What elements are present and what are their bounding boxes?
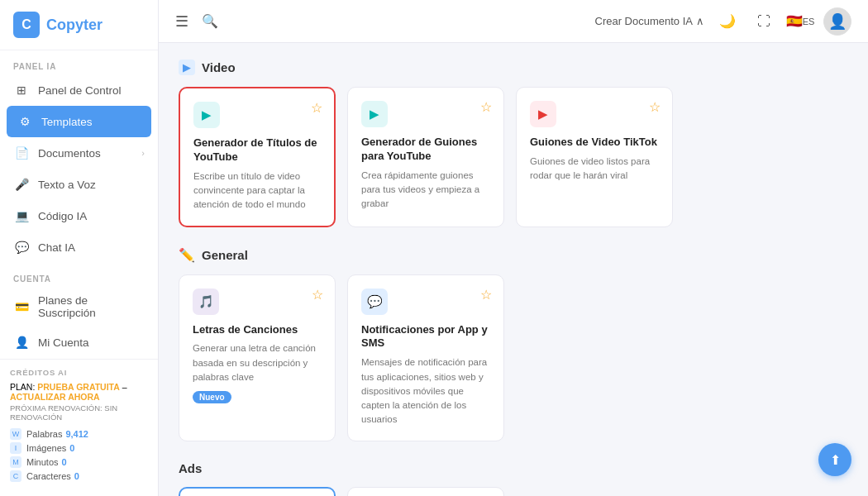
main-area: ☰ 🔍 Crear Documento IA ∧ 🌙 ⛶ 🇪🇸 ES 👤 ▶ V… [159,0,868,496]
imagenes-icon: I [10,442,21,454]
sidebar: C Copyter PANEL IA ⊞ Panel de Control ⚙ … [0,0,159,496]
video-section-header: ▶ Video [179,60,848,75]
ads-cards-grid: 🎧 ☆ Títulos Clickbait Ad ☆ Titulares de … [179,487,848,496]
language-flag[interactable]: 🇪🇸 ES [787,8,813,35]
card-desc-titulos: Escribe un título de video convincente p… [193,169,321,212]
general-cards-grid: 🎵 ☆ Letras de Canciones Generar una letr… [179,274,848,441]
sidebar-item-texto-a-voz[interactable]: 🎤 Texto a Voz [0,169,158,200]
card-icon-letras: 🎵 [193,289,219,315]
cuenta-label: CUENTA [0,263,158,287]
general-section-title: General [202,248,248,262]
palabras-icon: W [10,428,21,440]
credit-row-minutos: M Minutos 0 [10,456,148,468]
video-section-title: Video [202,60,236,74]
card-title-notificaciones: Notificaciones por App y SMS [361,323,490,351]
sidebar-item-mi-cuenta[interactable]: 👤 Mi Cuenta [0,327,158,358]
card-titulos-clickbait[interactable]: 🎧 ☆ Títulos Clickbait [179,487,336,496]
card-desc-guiones: Crea rápidamente guiones para tus videos… [361,169,490,212]
code-icon: 💻 [13,207,30,224]
sidebar-item-documentos[interactable]: 📄 Documentos › [0,137,158,169]
sidebar-item-planes[interactable]: 💳 Planes de Suscripción [0,287,158,327]
credit-row-caracteres: C Caracteres 0 [10,470,148,482]
card-icon-titulos: ▶ [193,102,220,128]
logo-name: Copyter [46,17,103,34]
creditos-label: CRÉDITOS AI [10,368,148,377]
card-letras-canciones[interactable]: 🎵 ☆ Letras de Canciones Generar una letr… [179,274,336,441]
video-section-icon: ▶ [179,60,195,75]
sidebar-label-chat-ia: Chat IA [38,241,145,254]
logo-area: C Copyter [0,0,158,50]
sidebar-label-templates: Templates [41,116,141,128]
star-icon-guiones[interactable]: ☆ [480,99,492,115]
card-title-tiktok: Guiones de Video TikTok [530,136,659,150]
card-icon-tiktok: ▶ [530,101,556,127]
chevron-up-icon: ∧ [696,15,704,27]
minutos-icon: M [10,456,21,468]
chat-icon: 💬 [13,239,30,255]
general-section-header: ✏️ General [179,247,848,263]
creditcard-icon: 💳 [13,298,30,315]
lang-label: ES [803,17,815,26]
sidebar-bottom: CRÉDITOS AI PLAN: PRUEBA GRATUITA – ACTU… [0,359,158,496]
card-icon-guiones: ▶ [361,101,388,127]
grid-icon: ⊞ [13,82,30,98]
sidebar-item-templates[interactable]: ⚙ Templates [7,106,151,137]
card-generador-guiones-youtube[interactable]: ▶ ☆ Generador de Guiones para YouTube Cr… [347,87,504,227]
user-icon: 👤 [13,334,30,351]
user-avatar[interactable]: 👤 [823,7,851,36]
panel-ia-label: PANEL IA [0,50,158,74]
topbar-right: Crear Documento IA ∧ 🌙 ⛶ 🇪🇸 ES 👤 [595,7,852,36]
sidebar-item-panel-control[interactable]: ⊞ Panel de Control [0,74,158,106]
doc-icon: 📄 [13,145,30,161]
star-icon-notificaciones[interactable]: ☆ [480,287,492,303]
ads-section-header: Ads [179,461,848,475]
video-cards-grid: ▶ ☆ Generador de Títulos de YouTube Escr… [179,87,848,227]
card-generador-titulos-youtube[interactable]: ▶ ☆ Generador de Títulos de YouTube Escr… [179,87,336,227]
star-icon-titulos[interactable]: ☆ [311,100,322,116]
credit-label-imagenes: Imágenes [26,443,66,453]
renovacion-label: PRÓXIMA RENOVACIÓN: SIN RENOVACIÓN [10,403,148,422]
sidebar-item-chat-ia[interactable]: 💬 Chat IA [0,231,158,263]
topbar: ☰ 🔍 Crear Documento IA ∧ 🌙 ⛶ 🇪🇸 ES 👤 [159,0,868,43]
badge-nuevo-letras: Nuevo [193,391,231,403]
general-section-icon: ✏️ [179,247,195,263]
mic-icon: 🎤 [13,176,30,193]
star-icon-letras[interactable]: ☆ [312,287,323,303]
card-notificaciones-app-sms[interactable]: 💬 ☆ Notificaciones por App y SMS Mensaje… [347,274,504,441]
crear-documento-button[interactable]: Crear Documento IA ∧ [595,15,705,27]
content-area: ▶ Video ▶ ☆ Generador de Títulos de YouT… [159,43,868,496]
search-icon[interactable]: 🔍 [202,13,218,29]
credit-label-palabras: Palabras [26,429,62,439]
ads-section-title: Ads [179,461,202,475]
plan-free[interactable]: PRUEBA GRATUITA [37,382,120,392]
fullscreen-button[interactable]: ⛶ [751,8,777,35]
card-title-letras: Letras de Canciones [193,323,322,337]
plan-update[interactable]: ACTUALIZAR AHORA [10,392,100,402]
dark-mode-toggle[interactable]: 🌙 [714,8,741,35]
caracteres-icon: C [10,470,21,482]
plan-label: PLAN: PRUEBA GRATUITA – ACTUALIZAR AHORA [10,382,148,402]
sidebar-label-texto-a-voz: Texto a Voz [38,179,145,191]
sidebar-label-mi-cuenta: Mi Cuenta [38,336,145,349]
credit-label-caracteres: Caracteres [26,471,71,481]
card-title-titulos: Generador de Títulos de YouTube [193,136,321,165]
credit-value-imagenes: 0 [69,443,74,453]
card-title-guiones: Generador de Guiones para YouTube [361,136,490,164]
menu-icon[interactable]: ☰ [175,12,188,31]
scroll-top-button[interactable]: ⬆ [818,443,851,476]
star-icon-tiktok[interactable]: ☆ [649,99,661,115]
card-titulares-anuncios[interactable]: Ad ☆ Titulares de Anuncios [347,487,504,496]
credit-row-imagenes: I Imágenes 0 [10,442,148,454]
scroll-top-icon: ⬆ [830,452,841,468]
sidebar-label-codigo-ia: Código IA [38,210,145,222]
credit-value-minutos: 0 [62,457,67,467]
card-desc-letras: Generar una letra de canción basada en s… [193,341,322,384]
sidebar-label-documentos: Documentos [38,147,141,160]
chevron-right-icon: › [141,148,145,158]
sidebar-item-codigo-ia[interactable]: 💻 Código IA [0,200,158,231]
card-desc-notificaciones: Mensajes de notificación para tus aplica… [361,355,490,427]
card-guiones-tiktok[interactable]: ▶ ☆ Guiones de Video TikTok Guiones de v… [516,87,673,227]
credit-value-palabras: 9,412 [65,429,88,439]
flag-icon: 🇪🇸 [786,13,803,29]
card-icon-notificaciones: 💬 [361,289,388,315]
